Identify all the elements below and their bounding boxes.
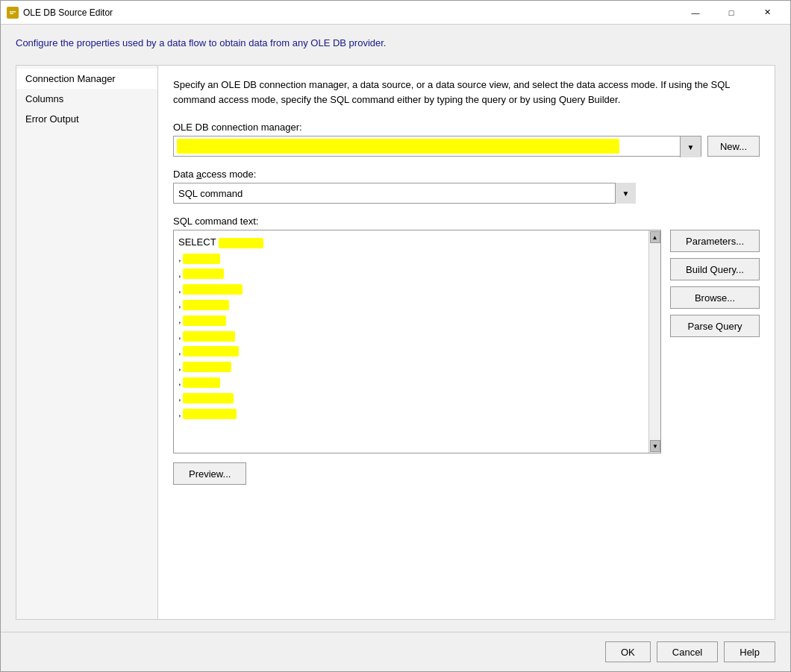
sql-line-3: , <box>178 266 656 282</box>
build-query-button[interactable]: Build Query... <box>670 258 760 280</box>
sql-line-7: , <box>178 328 656 344</box>
sql-content: SELECT , , , , , , , , , <box>178 235 656 421</box>
sql-text-area[interactable]: SELECT , , , , , , , , , <box>173 230 661 453</box>
preview-row: Preview... <box>173 462 760 485</box>
sql-command-section: SQL command text: SELECT , , , , <box>173 216 760 453</box>
title-bar: OLE DB Source Editor — □ ✕ <box>1 1 790 25</box>
main-area: Connection Manager Columns Error Output … <box>16 65 775 620</box>
content-panel: Specify an OLE DB connection manager, a … <box>158 66 775 619</box>
data-access-mode-select[interactable]: SQL command Table or view Table name or … <box>173 183 636 204</box>
sql-area-row: SELECT , , , , , , , , , <box>173 230 760 453</box>
ole-db-source-editor-window: OLE DB Source Editor — □ ✕ Configure the… <box>0 0 791 672</box>
parse-query-button[interactable]: Parse Query <box>670 315 760 337</box>
connection-manager-value <box>177 139 619 154</box>
sql-line-9: , <box>178 359 656 375</box>
sql-line-5: , <box>178 297 656 313</box>
sidebar-item-connection-manager[interactable]: Connection Manager <box>16 69 157 89</box>
help-button[interactable]: Help <box>724 641 775 662</box>
connection-manager-dropdown-container: ▼ <box>173 136 701 157</box>
window-content: Configure the properties used by a data … <box>1 25 790 632</box>
parameters-button[interactable]: Parameters... <box>670 230 760 252</box>
panel-description: Specify an OLE DB connection manager, a … <box>173 78 760 107</box>
sql-line-8: , <box>178 344 656 359</box>
sql-line-10: , <box>178 374 656 390</box>
window-icon <box>7 7 19 19</box>
data-access-mode-field-group: Data access mode: SQL command Table or v… <box>173 169 760 204</box>
cancel-button[interactable]: Cancel <box>657 641 718 662</box>
sql-buttons: Parameters... Build Query... Browse... P… <box>670 230 760 337</box>
connection-manager-row: ▼ New... <box>173 136 760 157</box>
window-title: OLE DB Source Editor <box>23 7 678 18</box>
sidebar: Connection Manager Columns Error Output <box>16 66 158 619</box>
bottom-buttons-bar: OK Cancel Help <box>1 632 790 671</box>
sql-textarea-container: SELECT , , , , , , , , , <box>173 230 661 453</box>
new-button[interactable]: New... <box>707 136 760 157</box>
description-text: Configure the properties used by a data … <box>16 37 775 50</box>
sql-line-2: , <box>178 251 656 266</box>
svg-rect-0 <box>8 10 17 16</box>
sidebar-item-columns[interactable]: Columns <box>16 89 157 109</box>
maximize-button[interactable]: □ <box>714 1 748 25</box>
browse-button[interactable]: Browse... <box>670 286 760 309</box>
connection-manager-field-group: OLE DB connection manager: ▼ New... <box>173 122 760 157</box>
sql-line-11: , <box>178 390 656 406</box>
scrollbar[interactable]: ▲ ▼ <box>648 230 660 453</box>
title-bar-controls: — □ ✕ <box>678 1 784 25</box>
connection-manager-dropdown[interactable]: ▼ <box>173 136 701 157</box>
scroll-up-button[interactable]: ▲ <box>650 231 660 243</box>
dropdown-arrow-icon[interactable]: ▼ <box>680 136 701 157</box>
ok-button[interactable]: OK <box>605 641 651 662</box>
data-access-mode-wrapper: SQL command Table or view Table name or … <box>173 183 636 204</box>
sql-line-4: , <box>178 282 656 298</box>
minimize-button[interactable]: — <box>678 1 713 25</box>
sidebar-item-error-output[interactable]: Error Output <box>16 109 157 129</box>
scroll-down-button[interactable]: ▼ <box>650 440 660 452</box>
svg-rect-2 <box>10 13 13 14</box>
sql-line-1: SELECT <box>178 235 656 251</box>
sql-line-12: , <box>178 406 656 421</box>
sql-command-label: SQL command text: <box>173 216 760 227</box>
svg-rect-1 <box>10 11 16 13</box>
data-access-mode-label: Data access mode: <box>173 169 760 180</box>
sql-line-6: , <box>178 313 656 328</box>
close-button[interactable]: ✕ <box>750 1 784 25</box>
connection-manager-label: OLE DB connection manager: <box>173 122 760 133</box>
preview-button[interactable]: Preview... <box>173 462 246 485</box>
